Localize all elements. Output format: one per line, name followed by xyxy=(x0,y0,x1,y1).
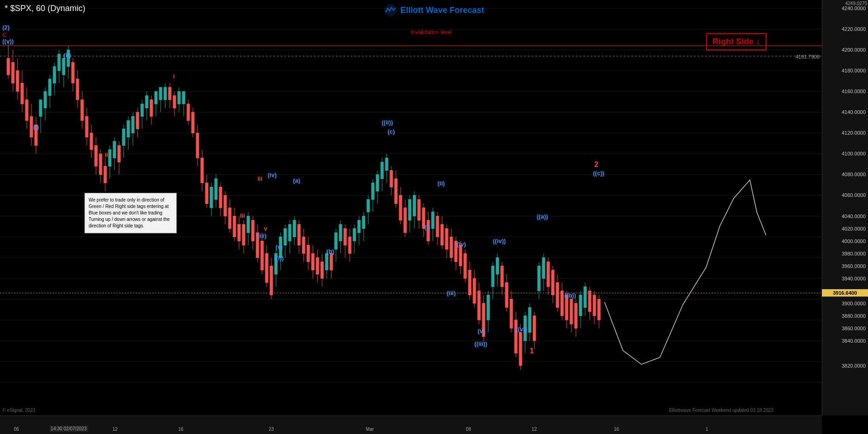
svg-rect-160 xyxy=(321,262,323,279)
svg-rect-94 xyxy=(168,87,171,100)
svg-rect-278 xyxy=(593,295,596,316)
svg-rect-244 xyxy=(515,320,517,353)
svg-rect-222 xyxy=(464,254,467,279)
svg-rect-26 xyxy=(12,62,14,83)
svg-rect-104 xyxy=(192,112,194,133)
svg-rect-144 xyxy=(284,229,287,245)
price-3860: 3860.0000 xyxy=(842,326,866,331)
svg-rect-70 xyxy=(113,141,116,158)
svg-rect-116 xyxy=(219,187,222,208)
price-4200: 4200.0000 xyxy=(842,47,866,53)
time-06: 06 xyxy=(14,427,19,432)
svg-rect-134 xyxy=(261,241,263,270)
svg-rect-198 xyxy=(408,199,411,220)
time-bar-label: 14:30 02/07/2023 xyxy=(49,426,88,432)
svg-rect-172 xyxy=(348,237,351,254)
svg-rect-76 xyxy=(127,120,130,137)
price-4180: 4180.0000 xyxy=(842,68,866,73)
svg-rect-186 xyxy=(381,162,383,178)
svg-rect-120 xyxy=(228,208,231,229)
svg-rect-54 xyxy=(76,79,79,100)
svg-rect-140 xyxy=(275,254,277,274)
svg-rect-230 xyxy=(482,303,485,337)
svg-rect-158 xyxy=(316,258,319,274)
svg-rect-184 xyxy=(376,174,379,191)
annotation-box: We prefer to trade only in direction of … xyxy=(84,193,177,233)
price-3960: 3960.0000 xyxy=(842,263,866,269)
svg-rect-126 xyxy=(242,225,245,245)
svg-rect-66 xyxy=(104,166,107,183)
svg-rect-240 xyxy=(505,283,508,308)
price-4020: 4020.0000 xyxy=(842,226,866,232)
svg-rect-234 xyxy=(491,266,494,287)
svg-rect-268 xyxy=(570,299,573,324)
svg-rect-264 xyxy=(561,291,563,316)
svg-rect-64 xyxy=(99,154,102,174)
svg-rect-256 xyxy=(542,258,545,279)
svg-rect-30 xyxy=(21,83,24,104)
svg-rect-142 xyxy=(279,237,282,258)
svg-rect-52 xyxy=(72,62,74,83)
svg-rect-246 xyxy=(519,333,522,366)
svg-rect-60 xyxy=(90,133,93,149)
svg-rect-248 xyxy=(524,316,527,341)
svg-rect-214 xyxy=(445,229,448,250)
svg-rect-254 xyxy=(538,266,540,291)
price-4240: 4240.0000 xyxy=(842,6,866,11)
price-4060: 4060.0000 xyxy=(842,192,866,198)
time-16-feb: 16 xyxy=(178,427,183,432)
svg-rect-272 xyxy=(579,295,582,316)
svg-rect-210 xyxy=(436,216,439,237)
svg-rect-118 xyxy=(224,195,227,216)
svg-rect-100 xyxy=(182,91,185,104)
svg-rect-250 xyxy=(528,308,531,333)
svg-rect-152 xyxy=(302,237,305,254)
invalidation-line xyxy=(0,46,822,46)
time-mar: Mar xyxy=(366,427,374,432)
svg-rect-34 xyxy=(30,116,33,137)
price-3840: 3840.0000 xyxy=(842,338,866,344)
svg-rect-58 xyxy=(85,116,88,137)
price-3980: 3980.0000 xyxy=(842,251,866,256)
svg-rect-124 xyxy=(238,225,240,241)
svg-rect-102 xyxy=(187,104,190,120)
svg-rect-74 xyxy=(122,129,125,145)
svg-rect-122 xyxy=(233,216,236,237)
svg-rect-114 xyxy=(215,178,217,199)
svg-rect-112 xyxy=(210,187,213,208)
svg-rect-82 xyxy=(141,104,144,116)
svg-rect-86 xyxy=(150,100,153,116)
footnote-left: © eSignal, 2023 xyxy=(2,408,35,413)
svg-rect-90 xyxy=(159,87,162,100)
svg-rect-96 xyxy=(173,95,176,108)
svg-rect-226 xyxy=(473,279,476,303)
svg-rect-194 xyxy=(399,195,402,220)
svg-rect-32 xyxy=(25,100,28,120)
svg-rect-206 xyxy=(427,220,430,241)
chart-container: * $SPX, 60 (Dynamic) 4249.0270 Elliott W… xyxy=(0,0,868,434)
svg-rect-148 xyxy=(293,220,296,237)
chart-header-center: Elliott Wave Forecast xyxy=(384,4,484,17)
svg-rect-136 xyxy=(265,254,268,283)
svg-rect-106 xyxy=(196,133,199,158)
svg-rect-228 xyxy=(478,291,480,320)
time-1: 1 xyxy=(706,427,708,432)
right-side-box: Right Side ↓ xyxy=(706,33,766,50)
time-12-mar: 12 xyxy=(532,427,537,432)
svg-rect-150 xyxy=(298,225,300,245)
svg-rect-232 xyxy=(487,295,490,320)
price-4040: 4040.0000 xyxy=(842,214,866,219)
svg-rect-42 xyxy=(48,79,51,95)
svg-rect-262 xyxy=(556,283,559,308)
svg-rect-92 xyxy=(164,87,167,100)
brand-logo-icon xyxy=(384,4,397,17)
svg-rect-146 xyxy=(288,225,291,241)
svg-rect-176 xyxy=(358,220,360,233)
svg-rect-202 xyxy=(418,199,420,220)
svg-rect-40 xyxy=(44,91,47,108)
svg-rect-180 xyxy=(367,199,370,212)
invalidation-price-label: 4191.7908 xyxy=(796,54,820,59)
current-price-label: 3916.6400 xyxy=(822,289,868,297)
svg-rect-238 xyxy=(501,266,503,287)
svg-rect-56 xyxy=(81,100,84,120)
